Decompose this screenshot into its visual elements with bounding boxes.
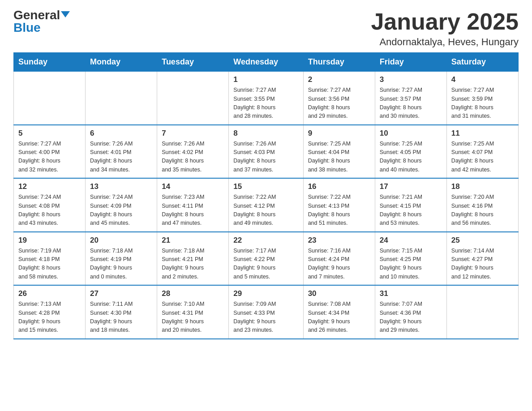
day-number: 9 bbox=[308, 129, 370, 138]
day-info: Sunrise: 7:07 AMSunset: 4:36 PMDaylight:… bbox=[380, 300, 442, 335]
day-number: 18 bbox=[451, 182, 514, 191]
day-info: Sunrise: 7:19 AMSunset: 4:18 PMDaylight:… bbox=[18, 247, 81, 282]
calendar-cell: 25Sunrise: 7:14 AMSunset: 4:27 PMDayligh… bbox=[446, 232, 518, 286]
calendar-cell: 12Sunrise: 7:24 AMSunset: 4:08 PMDayligh… bbox=[14, 178, 86, 232]
day-number: 12 bbox=[18, 182, 81, 191]
day-number: 28 bbox=[162, 289, 224, 298]
day-info: Sunrise: 7:16 AMSunset: 4:24 PMDaylight:… bbox=[308, 247, 370, 282]
day-number: 6 bbox=[90, 129, 152, 138]
day-of-week-wednesday: Wednesday bbox=[229, 53, 303, 72]
calendar-cell bbox=[446, 285, 518, 339]
day-info: Sunrise: 7:26 AMSunset: 4:02 PMDaylight:… bbox=[162, 140, 224, 175]
calendar-cell: 20Sunrise: 7:18 AMSunset: 4:19 PMDayligh… bbox=[86, 232, 157, 286]
calendar-cell: 6Sunrise: 7:26 AMSunset: 4:01 PMDaylight… bbox=[86, 125, 157, 179]
day-info: Sunrise: 7:11 AMSunset: 4:30 PMDaylight:… bbox=[90, 300, 152, 335]
calendar-cell: 16Sunrise: 7:22 AMSunset: 4:13 PMDayligh… bbox=[303, 178, 375, 232]
day-number: 14 bbox=[162, 182, 224, 191]
calendar-cell: 4Sunrise: 7:27 AMSunset: 3:59 PMDaylight… bbox=[446, 72, 518, 125]
calendar-header: SundayMondayTuesdayWednesdayThursdayFrid… bbox=[14, 53, 519, 72]
calendar-cell: 9Sunrise: 7:25 AMSunset: 4:04 PMDaylight… bbox=[303, 125, 375, 179]
day-info: Sunrise: 7:10 AMSunset: 4:31 PMDaylight:… bbox=[162, 300, 224, 335]
day-info: Sunrise: 7:27 AMSunset: 3:59 PMDaylight:… bbox=[451, 86, 514, 121]
calendar-cell: 24Sunrise: 7:15 AMSunset: 4:25 PMDayligh… bbox=[375, 232, 446, 286]
calendar-cell: 15Sunrise: 7:22 AMSunset: 4:12 PMDayligh… bbox=[229, 178, 303, 232]
day-of-week-sunday: Sunday bbox=[14, 53, 86, 72]
calendar-cell: 19Sunrise: 7:19 AMSunset: 4:18 PMDayligh… bbox=[14, 232, 86, 286]
day-number: 31 bbox=[380, 289, 442, 298]
calendar-cell: 14Sunrise: 7:23 AMSunset: 4:11 PMDayligh… bbox=[157, 178, 229, 232]
title-block: January 2025 Andornaktalya, Heves, Hunga… bbox=[371, 9, 519, 48]
day-number: 10 bbox=[380, 129, 442, 138]
calendar-cell: 28Sunrise: 7:10 AMSunset: 4:31 PMDayligh… bbox=[157, 285, 229, 339]
day-info: Sunrise: 7:23 AMSunset: 4:11 PMDaylight:… bbox=[162, 193, 224, 228]
day-info: Sunrise: 7:17 AMSunset: 4:22 PMDaylight:… bbox=[233, 247, 298, 282]
calendar-title: January 2025 bbox=[371, 9, 519, 34]
day-number: 2 bbox=[308, 75, 370, 84]
calendar-cell: 30Sunrise: 7:08 AMSunset: 4:34 PMDayligh… bbox=[303, 285, 375, 339]
day-number: 15 bbox=[233, 182, 298, 191]
calendar-cell: 17Sunrise: 7:21 AMSunset: 4:15 PMDayligh… bbox=[375, 178, 446, 232]
logo-blue-text: Blue bbox=[13, 21, 41, 34]
day-of-week-thursday: Thursday bbox=[303, 53, 375, 72]
day-number: 13 bbox=[90, 182, 152, 191]
week-row-2: 5Sunrise: 7:27 AMSunset: 4:00 PMDaylight… bbox=[14, 125, 519, 179]
day-number: 7 bbox=[162, 129, 224, 138]
day-info: Sunrise: 7:09 AMSunset: 4:33 PMDaylight:… bbox=[233, 300, 298, 335]
day-number: 4 bbox=[451, 75, 514, 84]
day-info: Sunrise: 7:25 AMSunset: 4:07 PMDaylight:… bbox=[451, 140, 514, 175]
day-of-week-saturday: Saturday bbox=[446, 53, 518, 72]
day-info: Sunrise: 7:27 AMSunset: 3:55 PMDaylight:… bbox=[233, 86, 298, 121]
day-number: 25 bbox=[451, 236, 514, 245]
day-info: Sunrise: 7:20 AMSunset: 4:16 PMDaylight:… bbox=[451, 193, 514, 228]
calendar-cell: 18Sunrise: 7:20 AMSunset: 4:16 PMDayligh… bbox=[446, 178, 518, 232]
calendar-table: SundayMondayTuesdayWednesdayThursdayFrid… bbox=[13, 52, 519, 339]
day-number: 16 bbox=[308, 182, 370, 191]
week-row-4: 19Sunrise: 7:19 AMSunset: 4:18 PMDayligh… bbox=[14, 232, 519, 286]
day-info: Sunrise: 7:27 AMSunset: 4:00 PMDaylight:… bbox=[18, 140, 81, 175]
day-number: 17 bbox=[380, 182, 442, 191]
calendar-cell: 27Sunrise: 7:11 AMSunset: 4:30 PMDayligh… bbox=[86, 285, 157, 339]
calendar-cell: 2Sunrise: 7:27 AMSunset: 3:56 PMDaylight… bbox=[303, 72, 375, 125]
day-of-week-tuesday: Tuesday bbox=[157, 53, 229, 72]
calendar-cell: 22Sunrise: 7:17 AMSunset: 4:22 PMDayligh… bbox=[229, 232, 303, 286]
calendar-cell bbox=[14, 72, 86, 125]
day-number: 11 bbox=[451, 129, 514, 138]
day-info: Sunrise: 7:27 AMSunset: 3:57 PMDaylight:… bbox=[380, 86, 442, 121]
calendar-cell: 21Sunrise: 7:18 AMSunset: 4:21 PMDayligh… bbox=[157, 232, 229, 286]
calendar-cell: 11Sunrise: 7:25 AMSunset: 4:07 PMDayligh… bbox=[446, 125, 518, 179]
day-number: 20 bbox=[90, 236, 152, 245]
day-number: 30 bbox=[308, 289, 370, 298]
week-row-1: 1Sunrise: 7:27 AMSunset: 3:55 PMDaylight… bbox=[14, 72, 519, 125]
day-info: Sunrise: 7:13 AMSunset: 4:28 PMDaylight:… bbox=[18, 300, 81, 335]
calendar-cell: 1Sunrise: 7:27 AMSunset: 3:55 PMDaylight… bbox=[229, 72, 303, 125]
day-number: 8 bbox=[233, 129, 298, 138]
day-of-week-monday: Monday bbox=[86, 53, 157, 72]
week-row-3: 12Sunrise: 7:24 AMSunset: 4:08 PMDayligh… bbox=[14, 178, 519, 232]
day-info: Sunrise: 7:22 AMSunset: 4:13 PMDaylight:… bbox=[308, 193, 370, 228]
calendar-cell: 13Sunrise: 7:24 AMSunset: 4:09 PMDayligh… bbox=[86, 178, 157, 232]
day-of-week-friday: Friday bbox=[375, 53, 446, 72]
day-number: 19 bbox=[18, 236, 81, 245]
day-info: Sunrise: 7:26 AMSunset: 4:03 PMDaylight:… bbox=[233, 140, 298, 175]
logo: General Blue bbox=[13, 9, 70, 34]
calendar-cell: 31Sunrise: 7:07 AMSunset: 4:36 PMDayligh… bbox=[375, 285, 446, 339]
week-row-5: 26Sunrise: 7:13 AMSunset: 4:28 PMDayligh… bbox=[14, 285, 519, 339]
calendar-subtitle: Andornaktalya, Heves, Hungary bbox=[371, 36, 519, 48]
day-info: Sunrise: 7:25 AMSunset: 4:05 PMDaylight:… bbox=[380, 140, 442, 175]
calendar-cell: 8Sunrise: 7:26 AMSunset: 4:03 PMDaylight… bbox=[229, 125, 303, 179]
day-info: Sunrise: 7:14 AMSunset: 4:27 PMDaylight:… bbox=[451, 247, 514, 282]
day-number: 1 bbox=[233, 75, 298, 84]
logo-triangle-icon bbox=[61, 11, 70, 17]
day-info: Sunrise: 7:25 AMSunset: 4:04 PMDaylight:… bbox=[308, 140, 370, 175]
calendar-cell: 29Sunrise: 7:09 AMSunset: 4:33 PMDayligh… bbox=[229, 285, 303, 339]
calendar-cell: 26Sunrise: 7:13 AMSunset: 4:28 PMDayligh… bbox=[14, 285, 86, 339]
day-number: 23 bbox=[308, 236, 370, 245]
day-info: Sunrise: 7:08 AMSunset: 4:34 PMDaylight:… bbox=[308, 300, 370, 335]
day-number: 24 bbox=[380, 236, 442, 245]
day-info: Sunrise: 7:22 AMSunset: 4:12 PMDaylight:… bbox=[233, 193, 298, 228]
logo-general-text: General bbox=[13, 9, 60, 21]
day-number: 5 bbox=[18, 129, 81, 138]
day-number: 27 bbox=[90, 289, 152, 298]
day-info: Sunrise: 7:18 AMSunset: 4:19 PMDaylight:… bbox=[90, 247, 152, 282]
calendar-cell bbox=[157, 72, 229, 125]
